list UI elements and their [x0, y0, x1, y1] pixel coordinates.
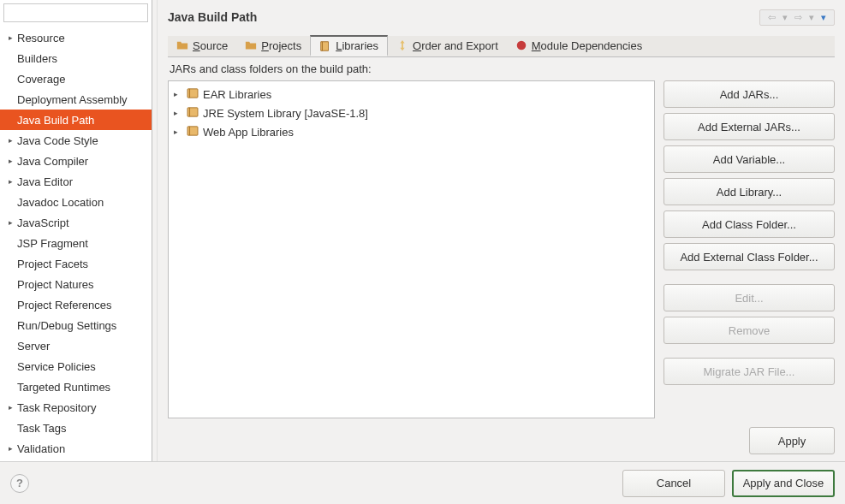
sidebar-item-label: Project Facets — [17, 258, 88, 270]
expand-arrow-icon[interactable]: ▸ — [174, 109, 182, 117]
sidebar-item-label: Javadoc Location — [17, 196, 104, 209]
forward-icon[interactable]: ⇨ — [792, 12, 805, 23]
sidebar-item-javadoc-location[interactable]: Javadoc Location — [0, 192, 152, 212]
sidebar-item-coverage[interactable]: Coverage — [0, 68, 152, 89]
sidebar-item-label: Task Repository — [17, 401, 96, 414]
add-class-folder-button[interactable]: Add Class Folder... — [664, 210, 835, 238]
description-label: JARs and class folders on the build path… — [168, 57, 835, 80]
preference-tree[interactable]: ▸ResourceBuildersCoverageDeployment Asse… — [0, 26, 152, 461]
sidebar-item-label: Builders — [17, 52, 57, 65]
expand-arrow-icon[interactable]: ▸ — [5, 218, 15, 227]
forward-menu-icon[interactable]: ▾ — [806, 12, 817, 23]
expand-arrow-icon[interactable]: ▸ — [174, 127, 182, 136]
add-external-jars-button[interactable]: Add External JARs... — [664, 113, 835, 140]
tab-source[interactable]: Source — [168, 36, 236, 56]
expand-arrow-icon[interactable]: ▸ — [174, 90, 182, 98]
tab-projects[interactable]: Projects — [236, 36, 310, 56]
sidebar-item-java-build-path[interactable]: Java Build Path — [0, 110, 152, 130]
arrows-icon — [396, 39, 408, 51]
sidebar-item-project-facets[interactable]: Project Facets — [0, 253, 152, 274]
migrate-button[interactable]: Migrate JAR File... — [664, 358, 835, 385]
back-menu-icon[interactable]: ▾ — [780, 12, 790, 23]
sidebar-item-label: Server — [17, 340, 50, 353]
sidebar-item-label: Task Tags — [17, 422, 67, 435]
back-icon[interactable]: ⇦ — [765, 12, 778, 23]
library-item[interactable]: ▸JRE System Library [JavaSE-1.8] — [170, 104, 652, 122]
page-title: Java Build Path — [168, 10, 759, 24]
sidebar-item-javascript[interactable]: ▸JavaScript — [0, 212, 152, 233]
sidebar-item-task-tags[interactable]: Task Tags — [0, 418, 152, 438]
svg-rect-1 — [187, 88, 198, 97]
sidebar-item-label: Run/Debug Settings — [17, 319, 116, 332]
expand-arrow-icon[interactable]: ▸ — [5, 157, 15, 165]
apply-button[interactable]: Apply — [749, 427, 835, 454]
footer: ? Cancel Apply and Close — [0, 461, 845, 504]
library-label: Web App Libraries — [203, 126, 294, 139]
sidebar-item-label: Java Build Path — [17, 114, 94, 127]
tab-label: Source — [193, 39, 228, 52]
library-label: EAR Libraries — [203, 88, 271, 101]
expand-arrow-icon[interactable]: ▸ — [5, 33, 15, 42]
sidebar-item-targeted-runtimes[interactable]: Targeted Runtimes — [0, 377, 152, 397]
sidebar-item-project-references[interactable]: Project References — [0, 294, 152, 315]
svg-point-0 — [517, 41, 527, 50]
sidebar-item-resource[interactable]: ▸Resource — [0, 27, 152, 48]
sidebar-item-java-editor[interactable]: ▸Java Editor — [0, 171, 152, 192]
tab-module-dependencies[interactable]: Module Dependencies — [507, 36, 651, 56]
expand-arrow-icon[interactable]: ▸ — [5, 136, 15, 145]
apply-and-close-button[interactable]: Apply and Close — [732, 470, 835, 497]
library-icon — [186, 88, 199, 101]
libraries-tree[interactable]: ▸EAR Libraries▸JRE System Library [JavaS… — [168, 80, 655, 418]
help-icon[interactable]: ? — [10, 474, 29, 493]
sidebar-item-server[interactable]: Server — [0, 335, 152, 356]
sidebar-item-builders[interactable]: Builders — [0, 48, 152, 68]
sidebar-item-label: JavaScript — [17, 216, 69, 229]
tab-label: Libraries — [336, 39, 378, 52]
tab-libraries[interactable]: Libraries — [310, 35, 388, 56]
sidebar-item-deployment-assembly[interactable]: Deployment Assembly — [0, 89, 152, 110]
library-item[interactable]: ▸EAR Libraries — [170, 85, 652, 104]
button-column: Add JARs... Add External JARs... Add Var… — [664, 80, 835, 418]
sidebar-item-project-natures[interactable]: Project Natures — [0, 274, 152, 294]
folder-icon — [245, 39, 257, 51]
book-icon — [319, 40, 331, 52]
sidebar: ▸ResourceBuildersCoverageDeployment Asse… — [0, 0, 152, 461]
filter-input[interactable] — [3, 3, 148, 22]
sidebar-item-label: Java Code Style — [17, 134, 98, 147]
add-external-class-folder-button[interactable]: Add External Class Folder... — [664, 243, 835, 270]
edit-button[interactable]: Edit... — [664, 284, 835, 311]
svg-rect-5 — [187, 126, 198, 134]
expand-arrow-icon[interactable]: ▸ — [5, 177, 15, 186]
sidebar-item-label: Resource — [17, 32, 65, 44]
dropdown-menu-icon[interactable]: ▾ — [818, 12, 829, 23]
sidebar-item-label: Java Editor — [17, 175, 73, 188]
folder-icon — [176, 39, 188, 51]
sidebar-item-label: Project Natures — [17, 278, 94, 291]
sidebar-item-label: Project References — [17, 299, 112, 311]
expand-arrow-icon[interactable]: ▸ — [5, 444, 15, 453]
library-label: JRE System Library [JavaSE-1.8] — [203, 107, 368, 120]
sidebar-item-label: Coverage — [17, 73, 65, 86]
add-jars-button[interactable]: Add JARs... — [664, 80, 835, 108]
sidebar-item-jsp-fragment[interactable]: JSP Fragment — [0, 233, 152, 253]
sidebar-item-java-compiler[interactable]: ▸Java Compiler — [0, 151, 152, 171]
cancel-button[interactable]: Cancel — [622, 470, 725, 497]
sidebar-item-task-repository[interactable]: ▸Task Repository — [0, 397, 152, 418]
sidebar-item-run-debug-settings[interactable]: Run/Debug Settings — [0, 315, 152, 335]
sidebar-item-java-code-style[interactable]: ▸Java Code Style — [0, 130, 152, 151]
tab-label: Order and Export — [413, 39, 498, 52]
library-item[interactable]: ▸Web App Libraries — [170, 122, 652, 141]
library-icon — [186, 107, 199, 120]
add-library-button[interactable]: Add Library... — [664, 178, 835, 205]
expand-arrow-icon[interactable]: ▸ — [5, 403, 15, 412]
library-icon — [186, 126, 199, 139]
main-area: Java Build Path ⇦ ▾ ⇨ ▾ ▾ SourceProjects… — [158, 0, 845, 461]
svg-rect-3 — [187, 107, 198, 116]
sidebar-item-validation[interactable]: ▸Validation — [0, 438, 152, 459]
red-icon — [515, 39, 527, 51]
remove-button[interactable]: Remove — [664, 317, 835, 344]
sidebar-item-service-policies[interactable]: Service Policies — [0, 356, 152, 377]
tab-order-and-export[interactable]: Order and Export — [388, 36, 507, 56]
sidebar-item-label: Deployment Assembly — [17, 93, 128, 106]
add-variable-button[interactable]: Add Variable... — [664, 145, 835, 173]
